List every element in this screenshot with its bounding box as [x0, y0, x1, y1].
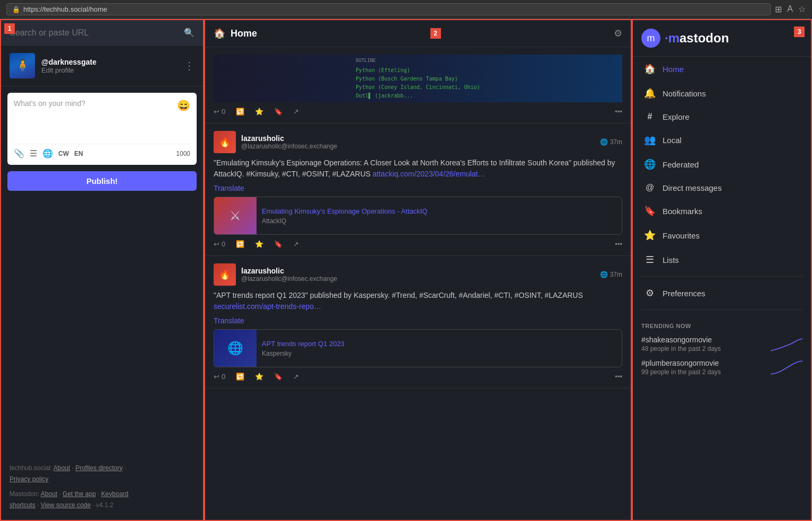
post-2-link-preview[interactable]: 🌐 APT trends report Q1 2023 Kaspersky [214, 329, 622, 367]
mastodon-about-link[interactable]: About [41, 490, 57, 498]
more-button[interactable]: ••• [615, 108, 622, 116]
middle-column: 🏠 Home 2 ⚙ OUTLINE Python (Efteling) Pyt… [204, 19, 632, 521]
post-2-link[interactable]: securelist.com/apt-trends-repo… [214, 302, 321, 311]
post-2-more[interactable]: ••• [615, 373, 622, 381]
nav-item-explore[interactable]: # Explore [635, 105, 809, 128]
shortcuts-link[interactable]: shortcuts [10, 501, 36, 509]
keyboard-link[interactable]: Keyboard [101, 490, 128, 498]
nav-item-direct-messages[interactable]: @ Direct messages [635, 176, 809, 199]
post-2-time: 🌐 37m [600, 271, 622, 278]
profile-more-button[interactable]: ⋮ [184, 59, 195, 72]
en-button[interactable]: EN [74, 150, 83, 157]
local-nav-label: Local [663, 136, 682, 145]
trending-divider [641, 310, 802, 310]
url-text: https://techhub.social/home [23, 5, 107, 13]
site-label: techhub.social: [10, 464, 52, 472]
post-1-reply[interactable]: ↩ 0 [214, 240, 225, 248]
boost-icon: 🔁 [236, 373, 244, 381]
post-1-username: lazarusholic [241, 134, 595, 143]
dm-nav-label: Direct messages [663, 183, 722, 192]
post-2-boost[interactable]: 🔁 [236, 373, 244, 381]
cw-button[interactable]: CW [58, 150, 69, 157]
trending-label: TRENDING NOW [641, 323, 802, 329]
nav-item-notifications[interactable]: 🔔 Notifications [635, 81, 809, 105]
compose-placeholder[interactable]: What's on your mind? [14, 99, 85, 108]
attach-icon[interactable]: 📎 [14, 148, 24, 158]
bookmark-icon: 🔖 [274, 240, 283, 248]
post-2-bookmark[interactable]: 🔖 [274, 373, 283, 381]
trending-1-tag[interactable]: #shakeasongormovie [641, 335, 771, 344]
avatar[interactable]: 🧍 [10, 53, 35, 78]
post-1-translate[interactable]: Translate [214, 184, 622, 192]
globe-icon: 🌐 [600, 271, 608, 278]
post-2-avatar[interactable]: 🔥 [214, 263, 236, 286]
reply-icon: ↩ [214, 240, 219, 248]
post-1-preview-info: Emulating Kimsuky's Espionage Operations… [257, 197, 433, 234]
char-count: 1000 [176, 150, 190, 157]
nav-item-local[interactable]: 👥 Local [635, 128, 809, 152]
post-1-fav[interactable]: ⭐ [255, 240, 263, 248]
post-2-share[interactable]: ↗ [293, 373, 299, 381]
middle-header: 🏠 Home 2 ⚙ [205, 20, 631, 47]
edit-profile-link[interactable]: Edit profile [41, 66, 178, 74]
filter-icon[interactable]: ⚙ [614, 28, 622, 39]
boost-icon: 🔁 [236, 240, 244, 248]
globe-icon[interactable]: 🌐 [42, 148, 53, 158]
post-1-link[interactable]: attackiq.com/2023/04/26/emulat… [373, 170, 485, 178]
compose-top: What's on your mind? 😄 [14, 99, 190, 112]
post-2-reply[interactable]: ↩ 0 [214, 373, 225, 381]
privacy-link[interactable]: Privacy policy [10, 475, 48, 483]
post-1-avatar[interactable]: 🔥 [214, 131, 236, 153]
nav-item-favourites[interactable]: ⭐ Favourites [635, 223, 809, 248]
list-icon[interactable]: ☰ [30, 148, 37, 158]
trending-2-tag[interactable]: #plumberasongormovie [641, 359, 771, 367]
browser-url-bar[interactable]: 🔒 https://techhub.social/home [6, 3, 771, 15]
share-icon: ↗ [293, 240, 299, 248]
nav-item-lists[interactable]: ☰ Lists [635, 248, 809, 272]
sep4: · [98, 490, 99, 498]
compose-area: What's on your mind? 😄 📎 ☰ 🌐 CW EN 1000 [7, 93, 197, 165]
view-source-link[interactable]: View source code [41, 501, 91, 509]
sep3: · [59, 490, 60, 498]
post-2-avatar-image: 🔥 [214, 263, 236, 286]
home-nav-icon: 🏠 [643, 63, 656, 75]
post-1-preview-source: AttackIQ [262, 217, 427, 225]
explore-nav-icon: # [643, 112, 656, 121]
about-link[interactable]: About [54, 464, 70, 472]
dm-nav-icon: @ [643, 183, 656, 192]
search-input[interactable] [10, 28, 180, 38]
lock-icon: 🔒 [12, 6, 20, 13]
left-column-badge: 1 [4, 23, 15, 34]
post-1-more[interactable]: ••• [615, 240, 622, 248]
bookmarks-nav-label: Bookmarks [663, 207, 702, 216]
post-2-fav[interactable]: ⭐ [255, 373, 263, 381]
post-1-link-preview[interactable]: ⚔ Emulating Kimsuky's Espionage Operatio… [214, 197, 622, 235]
post-1-bookmark[interactable]: 🔖 [274, 240, 283, 248]
nav-item-preferences[interactable]: ⚙ Preferences [635, 281, 809, 305]
boost-button[interactable]: 🔁 [236, 108, 244, 116]
post-1-share[interactable]: ↗ [293, 240, 299, 248]
share-button[interactable]: ↗ [293, 108, 299, 116]
star-icon: ⭐ [255, 240, 263, 248]
bookmark-button[interactable]: 🔖 [274, 108, 283, 116]
post-1-boost[interactable]: 🔁 [236, 240, 244, 248]
boost-icon: 🔁 [236, 108, 244, 116]
nav-item-bookmarks[interactable]: 🔖 Bookmarks [635, 199, 809, 223]
favourite-button[interactable]: ⭐ [255, 108, 263, 116]
publish-button[interactable]: Publish! [7, 171, 197, 191]
get-app-link[interactable]: Get the app [63, 490, 96, 498]
reply-count: 0 [222, 108, 225, 116]
post-2-actions: ↩ 0 🔁 ⭐ 🔖 ↗ ••• [214, 373, 622, 381]
emoji-picker-icon[interactable]: 😄 [177, 99, 190, 112]
post-2-translate[interactable]: Translate [214, 316, 622, 325]
more-icon: ••• [615, 240, 622, 248]
home-nav-label: Home [663, 65, 684, 74]
profile-username: @darknessgate [41, 58, 178, 66]
reply-button[interactable]: ↩ 0 [214, 108, 225, 116]
profiles-directory-link[interactable]: Profiles directory [75, 464, 122, 472]
local-nav-icon: 👥 [643, 134, 656, 146]
post-1-avatar-image: 🔥 [214, 131, 236, 153]
nav-item-federated[interactable]: 🌐 Federated [635, 152, 809, 176]
post-card-preview: OUTLINE Python (Efteling) Python (Busch … [205, 47, 631, 123]
nav-item-home[interactable]: 🏠 Home [635, 57, 809, 81]
